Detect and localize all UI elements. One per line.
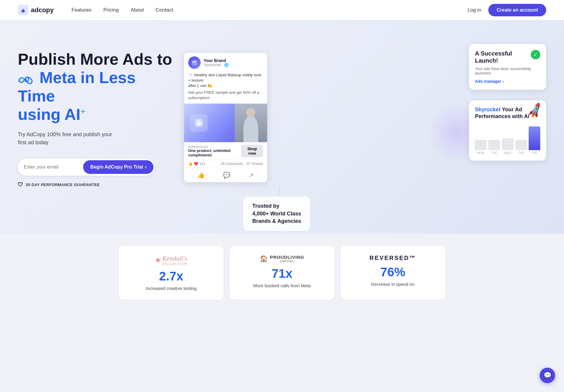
arrow-icon: › xyxy=(145,164,146,170)
shield-icon: 🛡 xyxy=(18,182,23,188)
fb-reactions: 👍 ❤️ 541 26 Comments 87 Shares xyxy=(184,160,267,168)
hero-right: Your Brand Sponsored · 🌐 🦷 Healthy skin … xyxy=(184,44,546,216)
chart-day-fri: FRI xyxy=(529,126,540,155)
brand-stat-proudliving: 71x xyxy=(238,266,325,281)
hero-title-plus: + xyxy=(80,107,85,116)
brand-stat-kendalls: 2.7x xyxy=(128,269,215,283)
fb-ad-text: 🦷 Healthy skin Liquid Makeup visibly ton… xyxy=(184,72,267,104)
comment-button[interactable]: 💬 xyxy=(221,170,233,180)
success-check-icon: ✓ xyxy=(531,50,540,59)
logo-text: adcopy xyxy=(31,6,54,14)
nav-right: Log in Create an account xyxy=(468,4,546,16)
fb-ad-footer: mybrand.com One product, unlimited compl… xyxy=(184,142,267,160)
chart-day-tue: TUE xyxy=(488,140,500,155)
chart-bar-mon xyxy=(475,140,487,150)
hero-section: Publish More Ads to Meta in Less Time us… xyxy=(0,20,564,234)
fb-ad-header: Your Brand Sponsored · 🌐 xyxy=(184,53,267,72)
arrow-right-icon: › xyxy=(503,79,504,84)
trusted-section: Trusted by 4,000+ World Class Brands & A… xyxy=(243,196,310,231)
fb-brand-info: Your Brand Sponsored · 🌐 xyxy=(204,58,229,67)
guarantee-badge: 🛡 30 DAY PERFORMANCE GUARANTEE xyxy=(18,182,172,188)
share-button[interactable]: ↗ xyxy=(246,170,256,180)
success-card: A Successful Launch! ✓ Your ads have bee… xyxy=(469,44,546,90)
fb-avatar xyxy=(188,56,201,69)
fb-sponsored: Sponsored · 🌐 xyxy=(204,63,229,67)
brand-card-kendalls: ❀ Kendall's Collection 2.7x Increased cr… xyxy=(119,246,224,300)
success-title: A Successful Launch! xyxy=(475,50,531,64)
chart-bar-wed xyxy=(502,138,513,150)
svg-rect-4 xyxy=(197,123,200,126)
chart-day-thu: THU xyxy=(515,140,527,155)
svg-rect-1 xyxy=(22,10,24,12)
success-header: A Successful Launch! ✓ xyxy=(475,50,540,64)
nav-link-pricing[interactable]: Pricing xyxy=(103,7,119,13)
fb-brand-name: Your Brand xyxy=(204,58,229,63)
fb-ad-image-logo xyxy=(190,114,208,132)
hero-title-using: using AI xyxy=(18,105,80,123)
hero-left: Publish More Ads to Meta in Less Time us… xyxy=(18,44,172,188)
brand-desc-reversed: Decrease in spend on xyxy=(349,282,436,287)
brand-desc-kendalls: Increased creative testing xyxy=(128,286,215,291)
chart-day-wed: WED xyxy=(502,138,513,155)
hero-title-line1: Publish More Ads to xyxy=(18,50,172,68)
nav-links: Features Pricing About Contact xyxy=(72,7,468,13)
navbar: adcopy Features Pricing About Contact Lo… xyxy=(0,0,564,20)
success-desc: Your ads have been successfully launched xyxy=(475,66,540,75)
email-form: Begin AdCopy Pro Trial › xyxy=(18,158,154,176)
brand-card-proudliving: 🏠 PROUDLIVING CAPITAL 71x More booked ca… xyxy=(229,246,334,300)
proudliving-logo: 🏠 PROUDLIVING CAPITAL xyxy=(238,255,325,263)
flower-icon: ❀ xyxy=(155,256,161,264)
nav-link-contact[interactable]: Contact xyxy=(156,7,173,13)
fb-ad-image xyxy=(184,104,267,142)
trial-button[interactable]: Begin AdCopy Pro Trial › xyxy=(83,160,153,174)
facebook-ad-card: Your Brand Sponsored · 🌐 🦷 Healthy skin … xyxy=(184,53,267,182)
chart-bar-tue xyxy=(488,140,500,150)
fb-product: One product, unlimited compliments xyxy=(188,148,241,157)
trusted-text: Trusted by 4,000+ World Class Brands & A… xyxy=(252,202,301,225)
logo-link[interactable]: adcopy xyxy=(18,5,54,15)
brand-stat-reversed: 76% xyxy=(349,265,436,279)
meta-logo-icon xyxy=(18,73,33,85)
house-icon: 🏠 xyxy=(260,255,268,263)
nav-link-features[interactable]: Features xyxy=(72,7,91,13)
hero-subtitle: Try AdCopy 100% free and publish your fi… xyxy=(18,131,172,147)
login-link[interactable]: Log in xyxy=(468,7,481,13)
brands-grid: ❀ Kendall's Collection 2.7x Increased cr… xyxy=(119,246,445,300)
email-input[interactable] xyxy=(24,164,83,170)
brands-section: ❀ Kendall's Collection 2.7x Increased cr… xyxy=(0,234,564,318)
ads-manager-link[interactable]: Ads manager › xyxy=(475,79,540,84)
heart-icon: ❤️ xyxy=(194,162,198,166)
reversed-logo: REVERSED™ xyxy=(349,255,436,261)
brand-desc-proudliving: More booked calls from Meta xyxy=(238,283,325,288)
brand-card-reversed: REVERSED™ 76% Decrease in spend on xyxy=(340,246,445,300)
fb-domain: mybrand.com xyxy=(188,145,241,148)
create-account-button[interactable]: Create an account xyxy=(488,4,546,16)
globe-icon: 🌐 xyxy=(224,63,229,67)
like-icon: 👍 xyxy=(188,162,193,166)
chat-bubble-button[interactable]: 💬 xyxy=(540,368,555,383)
kendalls-logo: ❀ Kendall's Collection xyxy=(128,255,215,266)
chat-icon: 💬 xyxy=(544,372,552,379)
logo-icon xyxy=(18,5,28,15)
like-button[interactable]: 👍 xyxy=(195,170,207,180)
chart-bar-thu xyxy=(515,140,527,150)
fb-person-image xyxy=(235,104,267,142)
chart-day-mon: MON xyxy=(475,140,487,155)
hero-title: Publish More Ads to Meta in Less Time us… xyxy=(18,50,172,123)
shop-now-button[interactable]: Shop now xyxy=(241,145,263,157)
skyrocket-card: 🚀 Skyrocket Your Ad Performances with AI… xyxy=(469,100,546,161)
fb-actions: 👍 💬 ↗ xyxy=(184,168,267,182)
hero-title-meta: Meta in Less Time xyxy=(18,69,136,105)
chart-bar-fri xyxy=(529,126,540,150)
nav-link-about[interactable]: About xyxy=(131,7,144,13)
performance-chart: MON TUE WED THU FRI xyxy=(475,125,540,155)
